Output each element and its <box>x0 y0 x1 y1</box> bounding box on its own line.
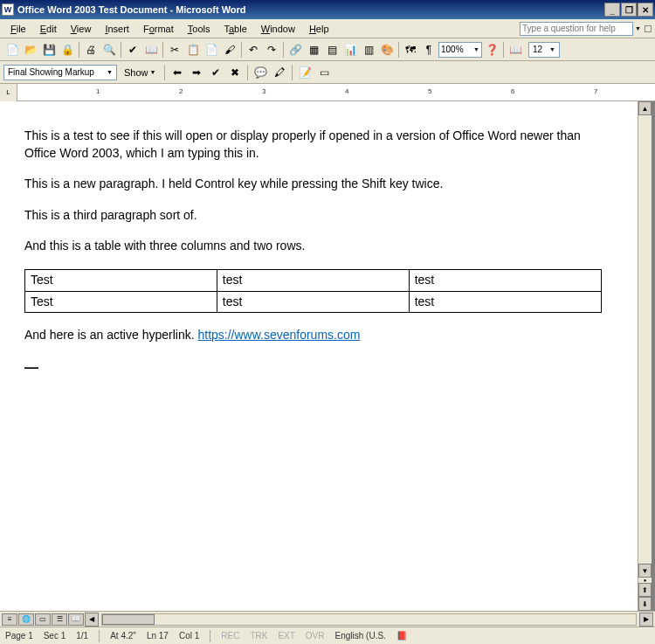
table-row: Test test test <box>25 269 602 291</box>
zoom-selector[interactable]: 100% ▼ <box>438 42 482 58</box>
scroll-track[interactable] <box>638 115 652 564</box>
ruler-tick: 6 <box>511 87 514 95</box>
show-label: Show <box>124 67 148 78</box>
table-cell[interactable]: test <box>409 291 601 313</box>
table-cell[interactable]: Test <box>25 291 217 313</box>
spellcheck-icon[interactable]: ✔ <box>124 41 141 59</box>
status-page: Page 1 <box>5 631 33 641</box>
separator <box>164 65 165 80</box>
separator <box>79 42 79 58</box>
status-spellcheck-icon[interactable]: 📕 <box>396 631 407 641</box>
comment-icon[interactable]: 💬 <box>252 64 269 81</box>
columns-icon[interactable]: ▥ <box>360 41 377 59</box>
table-cell[interactable]: test <box>217 291 409 313</box>
menu-tools[interactable]: Tools <box>181 22 217 36</box>
restore-button[interactable]: ❐ <box>621 3 637 17</box>
status-trk[interactable]: TRK <box>250 631 267 641</box>
vertical-scrollbar[interactable]: ▲ ▼ ● ⬆ ⬇ <box>638 101 652 611</box>
normal-view-button[interactable]: ≡ <box>2 613 17 626</box>
insert-table-icon[interactable]: ▤ <box>323 41 341 59</box>
help-dropdown-icon[interactable]: ▼ <box>635 25 641 31</box>
display-for-review-selector[interactable]: Final Showing Markup ▼ <box>3 65 117 80</box>
menu-edit[interactable]: Edit <box>33 22 64 36</box>
show-hide-icon[interactable]: ¶ <box>420 41 438 59</box>
horizontal-ruler[interactable]: 1 2 3 4 5 6 7 <box>17 86 655 100</box>
print-icon[interactable]: 🖨 <box>82 41 100 59</box>
document-page[interactable]: This is a test to see if this will open … <box>0 101 638 611</box>
table-cell[interactable]: test <box>409 269 601 291</box>
help-search-input[interactable] <box>520 22 633 36</box>
track-changes-icon[interactable]: 📝 <box>296 64 314 81</box>
status-rec[interactable]: REC <box>221 631 239 641</box>
close-button[interactable]: ✕ <box>638 3 653 17</box>
next-change-icon[interactable]: ➡ <box>188 64 205 81</box>
print-preview-icon[interactable]: 🔍 <box>100 41 118 59</box>
status-section: Sec 1 <box>44 631 66 641</box>
status-column: Col 1 <box>179 631 199 641</box>
tab-selector[interactable]: L <box>0 84 17 101</box>
hyperlink[interactable]: https://www.sevenforums.com <box>197 328 360 342</box>
ruler-tick: 1 <box>96 87 100 95</box>
save-icon[interactable]: 💾 <box>40 41 58 59</box>
fontsize-value: 12 <box>533 45 542 54</box>
paste-icon[interactable]: 📄 <box>203 41 220 59</box>
menubar: File Edit View Insert Format Tools Table… <box>0 19 655 38</box>
separator <box>292 65 293 80</box>
new-doc-icon[interactable]: 📄 <box>3 41 21 59</box>
prev-page-button[interactable]: ⬆ <box>638 583 652 597</box>
permission-icon[interactable]: 🔒 <box>59 41 76 59</box>
outline-view-button[interactable]: ☰ <box>52 613 67 626</box>
undo-icon[interactable]: ↶ <box>245 41 262 59</box>
copy-icon[interactable]: 📋 <box>184 41 202 59</box>
hyperlink-icon[interactable]: 🔗 <box>286 41 304 59</box>
status-ext[interactable]: EXT <box>278 631 294 641</box>
reading-view-button[interactable]: 📖 <box>68 613 84 626</box>
research-icon[interactable]: 📖 <box>142 41 160 59</box>
paragraph: And this is a table with three columns a… <box>24 238 613 255</box>
table-cell[interactable]: test <box>217 269 409 291</box>
window-toggle-icon[interactable] <box>645 25 652 32</box>
menu-insert[interactable]: Insert <box>98 22 136 36</box>
menu-format[interactable]: Format <box>136 22 181 36</box>
reject-change-icon[interactable]: ✖ <box>226 64 244 81</box>
tables-borders-icon[interactable]: ▦ <box>305 41 322 59</box>
zoom-value: 100% <box>441 45 464 54</box>
chevron-down-icon: ▼ <box>473 46 479 52</box>
excel-icon[interactable]: 📊 <box>341 41 359 59</box>
table-cell[interactable]: Test <box>25 269 217 291</box>
print-view-button[interactable]: ▭ <box>35 613 51 626</box>
ruler-tick: 5 <box>428 87 431 95</box>
format-painter-icon[interactable]: 🖌 <box>221 41 238 59</box>
menu-help[interactable]: Help <box>302 22 336 36</box>
scroll-right-button[interactable]: ▶ <box>639 613 653 627</box>
scroll-up-button[interactable]: ▲ <box>638 101 652 115</box>
fontsize-selector[interactable]: 12 ▼ <box>528 42 560 58</box>
scroll-thumb[interactable] <box>102 614 155 625</box>
show-menu-button[interactable]: Show ▼ <box>119 66 161 80</box>
status-language[interactable]: English (U.S. <box>335 631 386 641</box>
redo-icon[interactable]: ↷ <box>263 41 280 59</box>
doc-map-icon[interactable]: 🗺 <box>402 41 419 59</box>
drawing-icon[interactable]: 🎨 <box>378 41 396 59</box>
scroll-down-button[interactable]: ▼ <box>638 564 652 578</box>
ruler-tick: 3 <box>262 87 265 95</box>
help-icon[interactable]: ❓ <box>483 41 500 59</box>
next-page-button[interactable]: ⬇ <box>638 597 652 611</box>
reviewing-pane-icon[interactable]: ▭ <box>315 64 333 81</box>
read-icon[interactable]: 📖 <box>507 41 524 59</box>
open-icon[interactable]: 📂 <box>22 41 39 59</box>
scroll-left-button[interactable]: ◀ <box>85 613 99 627</box>
ruler-row: L 1 2 3 4 5 6 7 <box>0 84 655 101</box>
menu-window[interactable]: Window <box>254 22 302 36</box>
minimize-button[interactable]: _ <box>604 3 620 17</box>
web-view-button[interactable]: 🌐 <box>18 613 34 626</box>
horizontal-scrollbar[interactable] <box>101 613 637 626</box>
previous-change-icon[interactable]: ⬅ <box>169 64 186 81</box>
status-ovr[interactable]: OVR <box>306 631 325 641</box>
highlight-icon[interactable]: 🖍 <box>271 64 288 81</box>
menu-file[interactable]: File <box>3 22 33 36</box>
accept-change-icon[interactable]: ✔ <box>207 64 224 81</box>
menu-table[interactable]: Table <box>217 22 253 36</box>
cut-icon[interactable]: ✂ <box>166 41 183 59</box>
menu-view[interactable]: View <box>64 22 99 36</box>
